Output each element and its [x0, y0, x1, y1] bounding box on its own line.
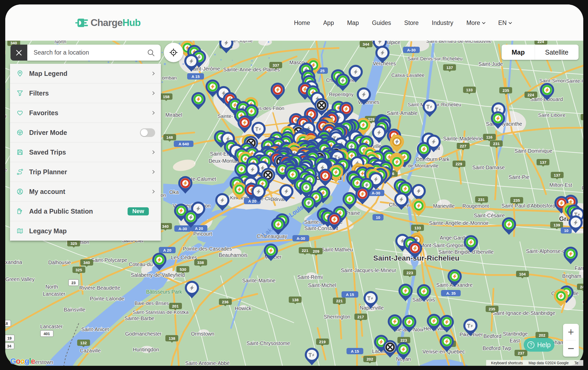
svg-text:Brigham: Brigham: [562, 273, 581, 279]
svg-text:Châteauguay: Châteauguay: [257, 233, 287, 239]
svg-text:A 15: A 15: [346, 292, 354, 297]
svg-text:202: 202: [539, 333, 545, 337]
svg-text:202: 202: [366, 357, 373, 361]
svg-text:North: North: [45, 284, 58, 290]
svg-text:Saint-Jacques-le-Mineur: Saint-Jacques-le-Mineur: [341, 267, 396, 273]
svg-text:Cazaville: Cazaville: [80, 348, 101, 353]
svg-text:Bâtisseurs Park: Bâtisseurs Park: [146, 289, 182, 295]
svg-text:Sainte-Hélène-de-B: Sainte-Hélène-de-B: [566, 78, 583, 84]
svg-text:East: East: [510, 338, 520, 343]
svg-text:104: 104: [519, 272, 526, 276]
svg-text:10: 10: [564, 228, 569, 233]
svg-text:133: 133: [414, 226, 421, 230]
svg-text:Godmanchester: Godmanchester: [125, 331, 162, 337]
svg-text:Saint-Césaire: Saint-Césaire: [474, 213, 505, 218]
svg-text:A-30: A-30: [297, 236, 305, 241]
svg-text:201: 201: [172, 304, 178, 308]
svg-text:Saint-Paul-d'Abbotsford: Saint-Paul-d'Abbotsford: [501, 203, 555, 209]
svg-text:Repentigny: Repentigny: [329, 92, 354, 97]
svg-text:A 20: A 20: [248, 199, 256, 203]
svg-text:We: We: [583, 300, 583, 306]
svg-text:34: 34: [7, 344, 11, 348]
svg-text:Saint-Stanislas-de-Kostka: Saint-Stanislas-de-Kostka: [133, 309, 189, 315]
svg-text:Saint-Pie: Saint-Pie: [508, 174, 529, 180]
svg-text:Saint-Liboire: Saint-Liboire: [538, 112, 565, 118]
svg-text:Saint-Bernard-de-Michaudville: Saint-Bernard-de-Michaudville: [426, 41, 492, 44]
svg-text:Beauharnois: Beauharnois: [219, 252, 248, 258]
svg-text:Saint-Denis-sur-Richelieu: Saint-Denis-sur-Richelieu: [407, 56, 463, 61]
svg-text:Saint-Rémi: Saint-Rémi: [297, 274, 323, 280]
svg-text:223: 223: [406, 271, 413, 275]
svg-text:Saint-Jude: Saint-Jude: [478, 61, 503, 67]
svg-text:Marieville: Marieville: [433, 203, 455, 209]
svg-text:229: 229: [455, 162, 462, 166]
svg-text:Sainte-Barbe: Sainte-Barbe: [124, 315, 154, 321]
svg-text:325: 325: [75, 268, 82, 272]
svg-text:Sainte-Madeleine: Sainte-Madeleine: [443, 136, 483, 141]
svg-text:Calixa-Lavallée: Calixa-Lavallée: [391, 72, 424, 78]
svg-text:Saint-Michel: Saint-Michel: [308, 282, 336, 288]
svg-text:Baie-des-Brises: Baie-des-Brises: [135, 300, 169, 306]
svg-text:325: 325: [70, 241, 77, 246]
svg-text:A 20: A 20: [195, 226, 203, 231]
svg-text:Rivière-Beaudette: Rivière-Beaudette: [79, 285, 120, 291]
svg-text:A 15: A 15: [351, 349, 359, 353]
svg-text:North: North: [54, 41, 66, 44]
svg-text:337: 337: [272, 63, 279, 67]
svg-text:Rougemont: Rougemont: [463, 203, 489, 209]
svg-text:221: 221: [302, 248, 308, 253]
svg-text:alu: alu: [5, 113, 6, 119]
svg-text:235: 235: [489, 307, 495, 311]
svg-text:148: 148: [166, 135, 173, 140]
svg-text:138: 138: [169, 336, 175, 341]
svg-text:Alexandria: Alexandria: [5, 259, 22, 265]
svg-text:227: 227: [460, 144, 466, 148]
svg-text:340: 340: [83, 260, 90, 265]
svg-text:158: 158: [163, 94, 169, 99]
svg-text:Mirabel: Mirabel: [165, 112, 182, 118]
svg-text:Ormstown: Ormstown: [191, 331, 214, 337]
svg-text:530: 530: [180, 267, 186, 272]
svg-text:19: 19: [7, 336, 12, 340]
svg-text:Bedford: Bedford: [484, 333, 501, 339]
svg-text:Salaberry-de-Valleyfield: Salaberry-de-Valleyfield: [131, 272, 185, 278]
svg-text:Saint-Ignace-de-Stanbridge: Saint-Ignace-de-Stanbridge: [493, 310, 555, 316]
svg-text:Mont-Saint-Grégoire: Mont-Saint-Grégoire: [420, 242, 466, 248]
svg-text:18: 18: [5, 321, 8, 326]
svg-text:Les Cèdres: Les Cèdres: [171, 255, 197, 260]
svg-text:A-30: A-30: [407, 48, 416, 52]
svg-text:Saint-Simon: Saint-Simon: [539, 78, 566, 83]
svg-text:139: 139: [553, 223, 560, 227]
svg-text:Coteau-du: Coteau-du: [129, 261, 153, 267]
svg-text:224: 224: [527, 93, 534, 97]
svg-text:Stanbridge: Stanbridge: [503, 331, 528, 337]
svg-text:133: 133: [466, 88, 472, 92]
svg-text:lee: lee: [5, 167, 7, 172]
svg-text:221: 221: [336, 299, 343, 303]
svg-text:Saint-Amable: Saint-Amable: [387, 110, 417, 116]
svg-text:10: 10: [376, 215, 380, 220]
svg-text:344: 344: [363, 42, 369, 46]
svg-text:132: 132: [80, 341, 87, 345]
svg-text:Farnham: Farnham: [575, 265, 583, 271]
svg-text:Otterburn Park: Otterburn Park: [416, 156, 449, 162]
svg-text:Pincourt: Pincourt: [193, 231, 212, 237]
svg-text:137: 137: [554, 173, 560, 177]
svg-text:224: 224: [537, 41, 544, 44]
svg-text:338: 338: [197, 260, 204, 265]
svg-text:Huntingdon: Huntingdon: [133, 347, 159, 352]
svg-text:Saint-Mathieu: Saint-Mathieu: [321, 247, 353, 252]
svg-text:401: 401: [44, 332, 50, 336]
svg-text:137: 137: [446, 65, 453, 70]
svg-text:Bainsville: Bainsville: [64, 307, 85, 313]
svg-text:Rox: Rox: [582, 185, 583, 191]
svg-text:Dalhousie: Dalhousie: [48, 260, 71, 265]
svg-text:241: 241: [580, 285, 583, 289]
svg-text:137: 137: [540, 160, 546, 165]
svg-text:A 640: A 640: [178, 142, 189, 146]
svg-text:231: 231: [478, 197, 485, 202]
svg-text:Milton-Est: Milton-Est: [549, 182, 572, 188]
svg-text:A. 35: A. 35: [446, 291, 456, 295]
svg-text:Pointe-Lalonde: Pointe-Lalonde: [90, 296, 124, 302]
svg-text:236: 236: [222, 300, 228, 304]
